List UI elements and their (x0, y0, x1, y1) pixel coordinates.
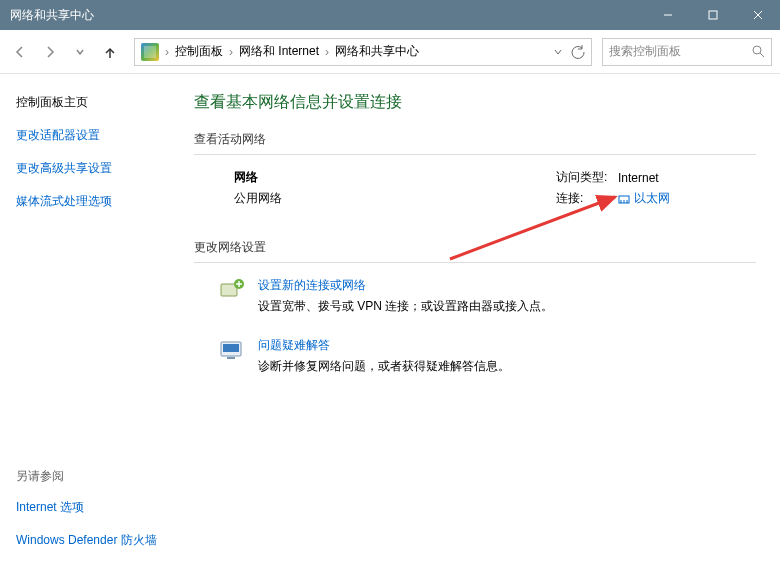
refresh-icon[interactable] (571, 45, 585, 59)
breadcrumb-item[interactable]: 控制面板 (175, 43, 223, 60)
connection-label: 连接: (556, 190, 618, 207)
sidebar-link-defender-firewall[interactable]: Windows Defender 防火墙 (16, 532, 164, 549)
task-link-new-connection[interactable]: 设置新的连接或网络 (258, 277, 366, 294)
task-troubleshoot: 问题疑难解答 诊断并修复网络问题，或者获得疑难解答信息。 (194, 337, 756, 375)
svg-rect-1 (709, 11, 717, 19)
access-type-value: Internet (618, 171, 659, 185)
forward-button[interactable] (38, 40, 62, 64)
active-network-info: 网络 公用网络 访问类型: Internet 连接: 以太网 (194, 169, 756, 211)
search-input[interactable]: 搜索控制面板 (602, 38, 772, 66)
sidebar-item-adapter-settings[interactable]: 更改适配器设置 (16, 127, 164, 144)
window-buttons (645, 0, 780, 30)
control-panel-icon (141, 43, 159, 61)
recent-dropdown[interactable] (68, 40, 92, 64)
connection-value: 以太网 (634, 190, 670, 207)
breadcrumb-item[interactable]: 网络和共享中心 (335, 43, 419, 60)
access-type-label: 访问类型: (556, 169, 618, 186)
chevron-right-icon: › (163, 45, 171, 59)
troubleshoot-icon (218, 337, 246, 365)
search-placeholder: 搜索控制面板 (609, 43, 681, 60)
sidebar-see-also-header: 另请参阅 (16, 468, 164, 485)
search-icon (752, 45, 765, 58)
sidebar-item-media-streaming[interactable]: 媒体流式处理选项 (16, 193, 164, 210)
task-link-troubleshoot[interactable]: 问题疑难解答 (258, 337, 330, 354)
up-button[interactable] (98, 40, 122, 64)
back-button[interactable] (8, 40, 32, 64)
maximize-button[interactable] (690, 0, 735, 30)
sidebar-link-internet-options[interactable]: Internet 选项 (16, 499, 164, 516)
network-type: 公用网络 (234, 190, 556, 207)
connection-link-ethernet[interactable]: 以太网 (618, 190, 670, 207)
toolbar: › 控制面板 › 网络和 Internet › 网络和共享中心 搜索控制面板 (0, 30, 780, 74)
sidebar: 控制面板主页 更改适配器设置 更改高级共享设置 媒体流式处理选项 另请参阅 In… (0, 74, 180, 585)
address-bar[interactable]: › 控制面板 › 网络和 Internet › 网络和共享中心 (134, 38, 592, 66)
chevron-right-icon: › (227, 45, 235, 59)
main-content: 查看基本网络信息并设置连接 查看活动网络 网络 公用网络 访问类型: Inter… (180, 74, 780, 585)
divider (194, 262, 756, 263)
section-active-networks: 查看活动网络 (194, 131, 756, 148)
ethernet-icon (618, 193, 630, 205)
section-change-settings: 更改网络设置 (194, 239, 756, 256)
task-desc-troubleshoot: 诊断并修复网络问题，或者获得疑难解答信息。 (258, 358, 510, 375)
divider (194, 154, 756, 155)
chevron-right-icon: › (323, 45, 331, 59)
sidebar-item-home[interactable]: 控制面板主页 (16, 94, 164, 111)
close-button[interactable] (735, 0, 780, 30)
svg-rect-17 (227, 357, 235, 359)
window-title: 网络和共享中心 (10, 7, 94, 24)
window-titlebar: 网络和共享中心 (0, 0, 780, 30)
sidebar-item-advanced-sharing[interactable]: 更改高级共享设置 (16, 160, 164, 177)
page-heading: 查看基本网络信息并设置连接 (194, 92, 756, 113)
minimize-button[interactable] (645, 0, 690, 30)
task-new-connection: 设置新的连接或网络 设置宽带、拨号或 VPN 连接；或设置路由器或接入点。 (194, 277, 756, 315)
svg-line-6 (760, 53, 764, 57)
svg-rect-16 (223, 344, 239, 352)
network-name: 网络 (234, 169, 556, 186)
svg-point-5 (753, 46, 761, 54)
chevron-down-icon[interactable] (553, 47, 563, 57)
new-connection-icon (218, 277, 246, 305)
task-desc-new-connection: 设置宽带、拨号或 VPN 连接；或设置路由器或接入点。 (258, 298, 553, 315)
breadcrumb-item[interactable]: 网络和 Internet (239, 43, 319, 60)
